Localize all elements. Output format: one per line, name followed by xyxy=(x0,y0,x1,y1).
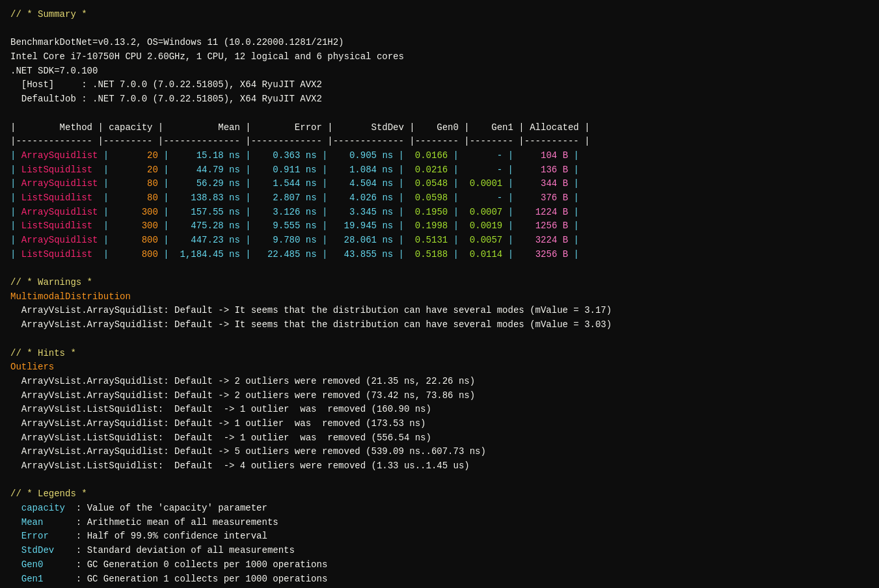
table-row-3: | ArraySquidlist | 80 | 56.29 ns | 1.544… xyxy=(10,178,579,189)
table-row-5: | ArraySquidlist | 300 | 157.55 ns | 3.1… xyxy=(10,207,579,217)
defaultjob-line: DefaultJob : .NET 7.0.0 (7.0.22.51805), … xyxy=(10,94,322,104)
hint-line-4: ArrayVsList.ArraySquidlist: Default -> 1… xyxy=(10,418,426,429)
warning-line-1: ArrayVsList.ArraySquidlist: Default -> I… xyxy=(10,305,612,315)
sdk-line: .NET SDK=7.0.100 xyxy=(10,66,98,76)
hint-line-6: ArrayVsList.ArraySquidlist: Default -> 5… xyxy=(10,446,486,457)
hints-outliers-label: Outliers xyxy=(10,362,54,372)
host-line: [Host] : .NET 7.0.0 (7.0.22.51805), X64 … xyxy=(10,79,322,90)
legend-stddev: StdDev : Standard deviation of all measu… xyxy=(10,545,295,555)
hint-line-7: ArrayVsList.ListSquidlist: Default -> 4 … xyxy=(10,461,470,471)
warning-line-2: ArrayVsList.ArraySquidlist: Default -> I… xyxy=(10,319,612,330)
warnings-type: MultimodalDistribution xyxy=(10,291,131,302)
table-row-1: | ArraySquidlist | 20 | 15.18 ns | 0.363… xyxy=(10,150,579,161)
table-row-4: | ListSquidlist | 80 | 138.83 ns | 2.807… xyxy=(10,193,579,203)
table-row-2: | ListSquidlist | 20 | 44.79 ns | 0.911 … xyxy=(10,165,579,175)
terminal-output: // * Summary * BenchmarkDotNet=v0.13.2, … xyxy=(10,8,869,588)
cpu-line: Intel Core i7-10750H CPU 2.60GHz, 1 CPU,… xyxy=(10,51,404,62)
legend-mean: Mean : Arithmetic mean of all measuremen… xyxy=(10,517,278,528)
legends-header: // * Legends * xyxy=(10,488,87,499)
hint-line-2: ArrayVsList.ArraySquidlist: Default -> 2… xyxy=(10,390,475,401)
warnings-header: // * Warnings * xyxy=(10,277,92,287)
summary-comment: // * Summary * xyxy=(10,9,87,20)
legend-gen1: Gen1 : GC Generation 1 collects per 1000… xyxy=(10,574,327,584)
table-row-7: | ArraySquidlist | 800 | 447.23 ns | 9.7… xyxy=(10,235,579,245)
hint-line-1: ArrayVsList.ArraySquidlist: Default -> 2… xyxy=(10,376,475,386)
hint-line-3: ArrayVsList.ListSquidlist: Default -> 1 … xyxy=(10,404,431,414)
table-row-8: | ListSquidlist | 800 | 1,184.45 ns | 22… xyxy=(10,249,579,260)
table-row-6: | ListSquidlist | 300 | 475.28 ns | 9.55… xyxy=(10,220,579,231)
table-separator: |-------------- |--------- |------------… xyxy=(10,136,590,146)
hints-header: // * Hints * xyxy=(10,348,76,358)
hint-line-5: ArrayVsList.ListSquidlist: Default -> 1 … xyxy=(10,433,431,443)
legend-gen0: Gen0 : GC Generation 0 collects per 1000… xyxy=(10,559,327,570)
table-header: | Method | capacity | Mean | Error | Std… xyxy=(10,122,590,133)
legend-error: Error : Half of 99.9% confidence interva… xyxy=(10,531,267,541)
legend-capacity: capacity : Value of the 'capacity' param… xyxy=(10,503,267,513)
benchmarkdotnet-line: BenchmarkDotNet=v0.13.2, OS=Windows 11 (… xyxy=(10,37,344,47)
